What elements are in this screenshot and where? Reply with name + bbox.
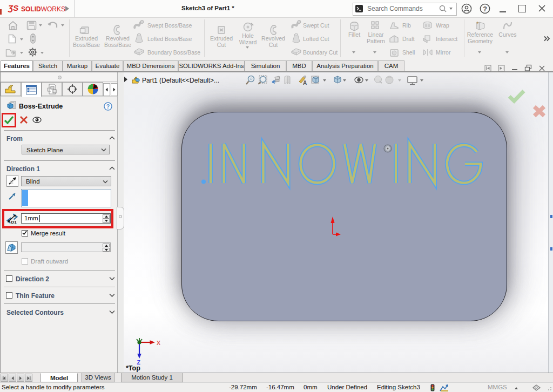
- svg-text:X: X: [157, 340, 160, 346]
- svg-text:?: ?: [483, 5, 487, 13]
- svg-text:?: ?: [106, 103, 110, 110]
- svg-text:D1: D1: [11, 220, 17, 225]
- svg-text:*Top: *Top: [126, 364, 140, 372]
